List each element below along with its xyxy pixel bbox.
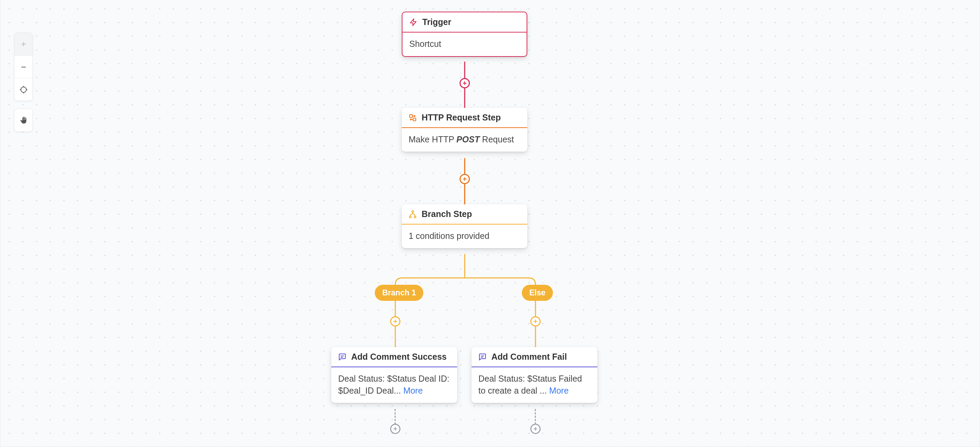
plus-icon — [532, 318, 539, 324]
branch-label-branch1[interactable]: Branch 1 — [375, 285, 423, 301]
plus-icon — [392, 318, 398, 324]
pan-button[interactable] — [14, 109, 32, 131]
plus-icon — [392, 426, 398, 432]
trigger-title: Trigger — [422, 17, 451, 27]
zoom-in-button[interactable] — [14, 33, 32, 56]
add-step-button[interactable] — [530, 316, 541, 327]
comment-icon — [338, 353, 346, 361]
trigger-body: Shortcut — [402, 32, 527, 56]
comment-success-title: Add Comment Success — [351, 352, 447, 362]
crosshair-icon — [19, 86, 28, 94]
terminal-connector — [395, 409, 396, 425]
branch-label-else[interactable]: Else — [522, 285, 553, 301]
more-link[interactable]: More — [403, 386, 423, 395]
svg-rect-21 — [413, 118, 416, 121]
add-step-button[interactable] — [530, 424, 541, 434]
plus-icon — [20, 40, 27, 48]
trigger-node[interactable]: Trigger Shortcut — [402, 12, 527, 57]
add-step-button[interactable] — [460, 174, 470, 184]
comment-fail-title: Add Comment Fail — [492, 352, 567, 362]
workflow-canvas[interactable]: Trigger Shortcut HTTP Request Step Make … — [0, 0, 980, 447]
terminal-connector — [535, 409, 536, 425]
hand-icon — [19, 116, 28, 124]
canvas-toolbar — [14, 32, 33, 139]
svg-rect-20 — [410, 115, 412, 117]
branch-body: 1 conditions provided — [402, 225, 527, 248]
add-step-button[interactable] — [460, 78, 470, 88]
http-icon — [409, 113, 417, 122]
comment-success-body: Deal Status: $Status Deal ID: $Deal_ID D… — [331, 367, 457, 403]
plus-icon — [461, 176, 468, 182]
add-step-button[interactable] — [390, 424, 401, 434]
more-link[interactable]: More — [549, 386, 569, 395]
add-comment-fail-node[interactable]: Add Comment Fail Deal Status: $Status Fa… — [471, 347, 597, 403]
svg-marker-17 — [410, 19, 416, 26]
http-title: HTTP Request Step — [422, 113, 501, 123]
comment-fail-body: Deal Status: $Status Failed to create a … — [471, 367, 597, 403]
http-body: Make HTTP POST Request — [402, 128, 527, 152]
minus-icon — [20, 63, 27, 71]
http-request-node[interactable]: HTTP Request Step Make HTTP POST Request — [402, 108, 527, 152]
branch-icon — [409, 210, 417, 219]
bolt-icon — [409, 18, 417, 26]
zoom-out-button[interactable] — [14, 56, 32, 78]
recenter-button[interactable] — [14, 78, 32, 101]
plus-icon — [461, 80, 468, 86]
add-step-button[interactable] — [390, 316, 401, 327]
plus-icon — [532, 426, 539, 432]
comment-icon — [478, 353, 487, 361]
add-comment-success-node[interactable]: Add Comment Success Deal Status: $Status… — [331, 347, 457, 403]
branch-node[interactable]: Branch Step 1 conditions provided — [402, 204, 527, 248]
svg-point-3 — [21, 87, 26, 93]
branch-title: Branch Step — [422, 209, 472, 219]
